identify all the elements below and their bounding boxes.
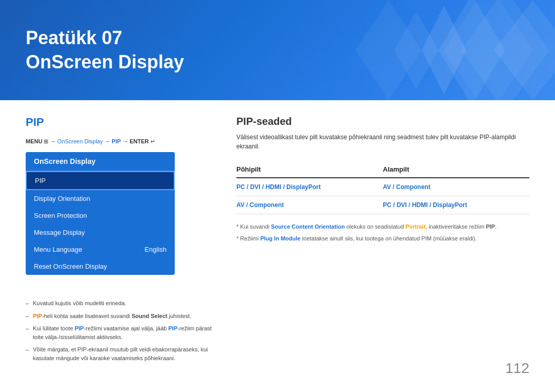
menu-keyword: MENU bbox=[26, 138, 44, 144]
note-1: * Kui suvandi Source Content Orientation… bbox=[236, 222, 529, 231]
menu-link-onscreen: OnScreen Display bbox=[58, 138, 103, 144]
bottom-note-3: Kui lülitate toote PIP-režiimi vaatamise… bbox=[26, 324, 221, 341]
menu-path: MENU ⊞ → OnScreen Display → PIP → ENTER … bbox=[26, 138, 206, 145]
menu-item-message-display[interactable]: Message Display bbox=[26, 224, 175, 241]
menu-link-pip: PIP bbox=[112, 138, 121, 144]
page-header: Peatükk 07 OnScreen Display bbox=[0, 0, 555, 100]
left-column: PIP MENU ⊞ → OnScreen Display → PIP → EN… bbox=[26, 116, 206, 275]
menu-item-pip[interactable]: PIP bbox=[26, 171, 175, 190]
col-alampilt: Alampilt bbox=[383, 161, 529, 178]
bottom-note-1: Kuvatud kujutis võib mudeliti erineda. bbox=[26, 299, 221, 308]
col-pohipilt: Põhipilt bbox=[236, 161, 383, 178]
chapter-name: OnScreen Display bbox=[26, 51, 184, 72]
page-number: 112 bbox=[505, 360, 529, 377]
pip-section-title: PIP bbox=[26, 116, 206, 129]
pip-seaded-title: PIP-seaded bbox=[236, 116, 529, 127]
menu-item-screen-protection[interactable]: Screen Protection bbox=[26, 207, 175, 224]
table-row: PC / DVI / HDMI / DisplayPort AV / Compo… bbox=[236, 178, 529, 196]
bottom-note-4: Võite märgata, et PIP-ekraanil muutub pi… bbox=[26, 345, 221, 362]
menu-item-reset-onscreen[interactable]: Reset OnScreen Display bbox=[26, 258, 175, 275]
table-row: AV / Component PC / DVI / HDMI / Display… bbox=[236, 196, 529, 214]
pip-notes: * Kui suvandi Source Content Orientation… bbox=[236, 222, 529, 242]
right-column: PIP-seaded Välisest videoallikast tulev … bbox=[236, 116, 529, 275]
main-content: PIP MENU ⊞ → OnScreen Display → PIP → EN… bbox=[0, 100, 555, 290]
menu-item-menu-language[interactable]: Menu Language English bbox=[26, 241, 175, 258]
bottom-notes: Kuvatud kujutis võib mudeliti erineda. P… bbox=[26, 299, 221, 366]
menu-item-display-orientation[interactable]: Display Orientation bbox=[26, 190, 175, 207]
pip-description: Välisest videoallikast tulev pilt kuvata… bbox=[236, 133, 529, 151]
chapter-title: Peatükk 07 OnScreen Display bbox=[26, 26, 529, 74]
menu-box-title: OnScreen Display bbox=[26, 152, 175, 171]
pip-table: Põhipilt Alampilt PC / DVI / HDMI / Disp… bbox=[236, 161, 529, 214]
menu-enter: ENTER bbox=[130, 138, 149, 144]
onscreen-display-menu: OnScreen Display PIP Display Orientation… bbox=[26, 152, 175, 275]
bottom-note-2: PIP-heli kohta saate lisateavet suvandi … bbox=[26, 312, 221, 321]
menu-icon: ⊞ bbox=[44, 138, 48, 144]
chapter-number: Peatükk 07 bbox=[26, 27, 122, 48]
note-2: * Režiimi Plug In Module toetatakse ainu… bbox=[236, 234, 529, 243]
